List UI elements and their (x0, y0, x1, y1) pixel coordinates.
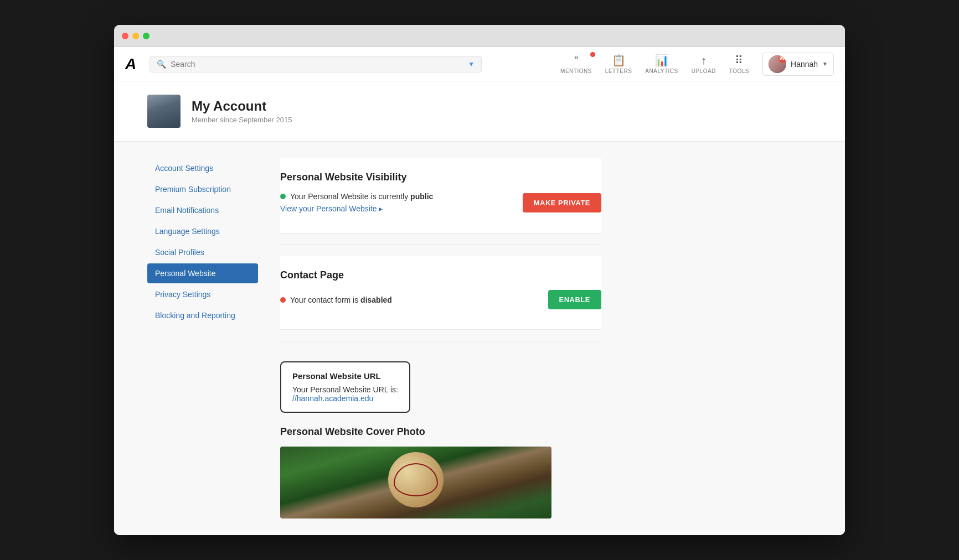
nav-item-analytics[interactable]: 📊 ANALYTICS (645, 54, 678, 74)
user-badge: 999 (778, 55, 786, 63)
visibility-description: Your Personal Website is currently publi… (290, 192, 433, 201)
search-bar[interactable]: 🔍 ▼ (149, 56, 482, 72)
account-header: My Account Member since September 2015 (114, 81, 845, 142)
contact-title: Contact Page (280, 269, 601, 281)
sidebar-item-language-settings[interactable]: Language Settings (147, 221, 258, 241)
account-avatar-img (147, 95, 181, 128)
user-menu[interactable]: 999 Hannah ▼ (762, 53, 834, 76)
traffic-light-yellow[interactable] (132, 33, 139, 39)
user-dropdown-arrow-icon: ▼ (822, 61, 828, 67)
contact-status-row: Your contact form is disabled ENABLE (280, 290, 601, 309)
analytics-icon: 📊 (655, 54, 669, 67)
upload-label: UPLOAD (692, 68, 716, 74)
sidebar: Account Settings Premium Subscription Em… (147, 158, 258, 518)
letters-label: LETTERS (605, 68, 632, 74)
sidebar-item-email-notifications[interactable]: Email Notifications (147, 200, 258, 220)
sidebar-item-blocking-reporting[interactable]: Blocking and Reporting (147, 305, 258, 325)
account-info: My Account Member since September 2015 (192, 98, 292, 124)
personal-website-url-link[interactable]: //hannah.academia.edu (292, 394, 398, 403)
account-title: My Account (192, 98, 292, 114)
visibility-dot-green (280, 194, 286, 199)
visibility-status-bold: public (410, 192, 433, 201)
nav-right: " MENTIONS 📋 LETTERS 📊 ANALYTICS ↑ UPLOA… (560, 53, 834, 76)
contact-section: Contact Page Your contact form is disabl… (280, 256, 601, 330)
url-box-title: Personal Website URL (292, 371, 398, 381)
cover-photo-img (280, 447, 551, 518)
sidebar-item-privacy-settings[interactable]: Privacy Settings (147, 284, 258, 304)
divider-2 (280, 341, 601, 341)
nav-item-mentions[interactable]: " MENTIONS (560, 54, 592, 74)
mentions-icon: " (574, 54, 578, 67)
contact-desc-text: Your contact form is (290, 295, 360, 304)
upload-icon: ↑ (701, 54, 707, 67)
account-member-since: Member since September 2015 (192, 116, 292, 124)
nav-item-letters[interactable]: 📋 LETTERS (605, 54, 632, 74)
browser-content: A 🔍 ▼ " MENTIONS 📋 LETTERS 📊 ANAL (114, 47, 845, 535)
sidebar-item-personal-website[interactable]: Personal Website (147, 263, 258, 283)
account-avatar (147, 95, 181, 128)
user-avatar: 999 (769, 55, 786, 73)
search-icon: 🔍 (157, 60, 166, 69)
contact-dot-red (280, 297, 286, 303)
traffic-light-green[interactable] (143, 33, 149, 39)
view-personal-website-link[interactable]: View your Personal Website ▸ (280, 204, 433, 213)
make-private-button[interactable]: MAKE PRIVATE (523, 193, 601, 212)
visibility-status-row: Your Personal Website is currently publi… (280, 192, 601, 213)
contact-indicator: Your contact form is disabled (280, 295, 392, 304)
main-section: Personal Website Visibility Your Persona… (280, 158, 601, 518)
analytics-label: ANALYTICS (645, 68, 678, 74)
mentions-label: MENTIONS (560, 68, 592, 74)
visibility-section: Personal Website Visibility Your Persona… (280, 158, 601, 234)
cover-photo-section: Personal Website Cover Photo (280, 426, 601, 518)
cover-photo-title: Personal Website Cover Photo (280, 426, 601, 438)
visibility-status-text: Your Personal Website is currently publi… (280, 192, 433, 213)
nav-item-upload[interactable]: ↑ UPLOAD (692, 54, 716, 74)
page-layout: Account Settings Premium Subscription Em… (114, 142, 845, 535)
search-dropdown-arrow[interactable]: ▼ (468, 60, 475, 68)
tools-icon: ⠿ (735, 54, 743, 67)
mentions-badge (590, 52, 595, 57)
logo-icon[interactable]: A (125, 55, 136, 73)
user-name: Hannah (791, 60, 818, 69)
tools-label: TOOLS (729, 68, 749, 74)
nav-item-tools[interactable]: ⠿ TOOLS (729, 54, 749, 74)
traffic-light-red[interactable] (122, 33, 128, 39)
sidebar-item-premium-subscription[interactable]: Premium Subscription (147, 179, 258, 199)
traffic-lights (122, 33, 149, 39)
divider-1 (280, 245, 601, 245)
search-input[interactable] (171, 60, 463, 69)
letters-icon: 📋 (612, 54, 626, 67)
browser-window: A 🔍 ▼ " MENTIONS 📋 LETTERS 📊 ANAL (114, 25, 845, 535)
contact-status-bold: disabled (360, 295, 392, 304)
url-box-description: Your Personal Website URL is: (292, 385, 398, 394)
enable-button[interactable]: ENABLE (548, 290, 601, 309)
visibility-title: Personal Website Visibility (280, 172, 601, 183)
url-box: Personal Website URL Your Personal Websi… (280, 361, 410, 413)
contact-description: Your contact form is disabled (290, 295, 392, 304)
visibility-indicator: Your Personal Website is currently publi… (280, 192, 433, 201)
visibility-desc-text: Your Personal Website is currently (290, 192, 410, 201)
top-nav: A 🔍 ▼ " MENTIONS 📋 LETTERS 📊 ANAL (114, 47, 845, 81)
main-content: My Account Member since September 2015 A… (114, 81, 845, 535)
sidebar-item-social-profiles[interactable]: Social Profiles (147, 242, 258, 262)
browser-titlebar (114, 25, 845, 47)
baseball-decoration (388, 452, 444, 507)
sidebar-item-account-settings[interactable]: Account Settings (147, 158, 258, 178)
